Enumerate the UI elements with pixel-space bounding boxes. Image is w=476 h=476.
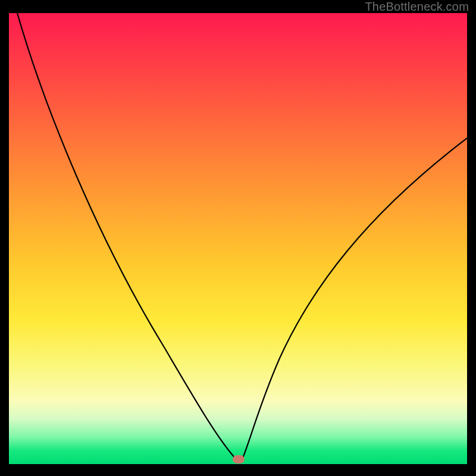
optimum-marker <box>233 455 245 464</box>
curve-left-branch <box>17 13 236 459</box>
curve-right-branch <box>242 138 467 459</box>
chart-frame: TheBottleneck.com <box>0 0 476 476</box>
bottleneck-curve <box>9 13 467 464</box>
attribution-label: TheBottleneck.com <box>365 0 469 14</box>
plot-area <box>9 13 467 464</box>
